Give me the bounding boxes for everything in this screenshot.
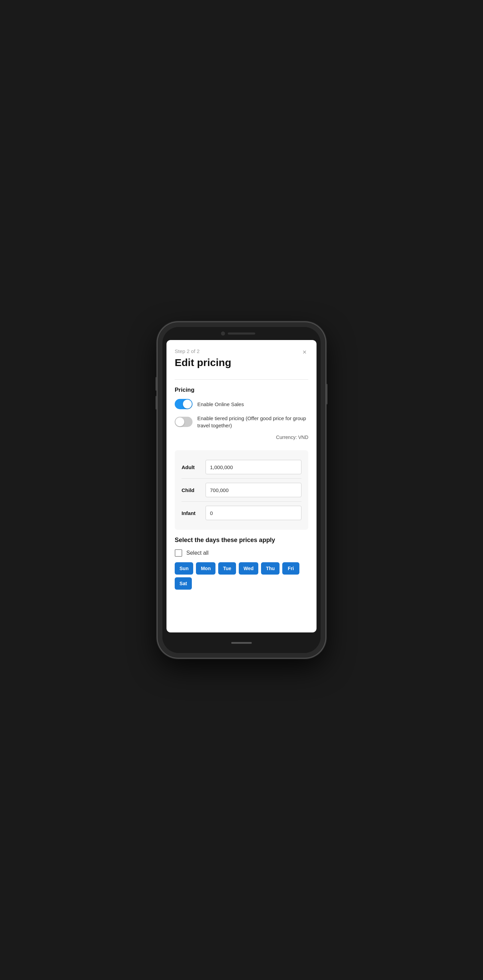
day-mon-button[interactable]: Mon [196,562,215,574]
currency-label: Currency: VND [175,434,308,440]
tiered-pricing-label: Enable tiered pricing (Offer good price … [197,415,308,429]
pricing-section-title: Pricing [175,387,308,393]
status-bar [163,327,320,340]
online-sales-toggle[interactable] [175,399,193,409]
day-fri-button[interactable]: Fri [282,562,300,574]
power-button[interactable] [326,384,327,404]
infant-price-input[interactable] [206,506,301,520]
child-label: Child [182,487,206,493]
phone-frame: × Step 2 of 2 Edit pricing Pricing Enabl… [158,322,325,658]
pricing-section: Pricing Enable Online Sales Enable ti [166,380,317,450]
infant-label: Infant [182,510,206,516]
day-sun-button[interactable]: Sun [175,562,193,574]
day-wed-button[interactable]: Wed [239,562,258,574]
tiered-pricing-thumb [175,417,184,426]
modal-header: × Step 2 of 2 Edit pricing [166,340,317,379]
home-bar[interactable] [231,642,252,644]
days-section: Select the days these prices apply Selec… [166,530,317,595]
adult-price-input[interactable] [206,460,301,474]
day-sat-button[interactable]: Sat [175,578,192,590]
child-price-row: Child [182,478,301,501]
tiered-pricing-toggle[interactable] [175,417,193,427]
infant-price-row: Infant [182,501,301,524]
camera-notch [221,331,225,336]
speaker [228,332,255,334]
phone-screen: × Step 2 of 2 Edit pricing Pricing Enabl… [163,327,320,653]
day-tue-button[interactable]: Tue [218,562,236,574]
days-title: Select the days these prices apply [175,536,308,544]
online-sales-thumb [183,399,192,409]
page-title: Edit pricing [175,357,308,368]
online-sales-label: Enable Online Sales [197,401,244,408]
volume-up-button[interactable] [156,377,157,391]
tiered-pricing-toggle-row: Enable tiered pricing (Offer good price … [175,415,308,429]
step-label: Step 2 of 2 [175,348,308,354]
modal-container: × Step 2 of 2 Edit pricing Pricing Enabl… [166,340,317,632]
home-indicator [163,632,320,653]
days-row: Sun Mon Tue Wed Thu Fri Sat [175,562,308,590]
child-price-input[interactable] [206,483,301,497]
adult-price-row: Adult [182,456,301,478]
close-button[interactable]: × [300,347,310,357]
select-all-row: Select all [175,549,308,557]
select-all-checkbox[interactable] [175,549,182,557]
volume-down-button[interactable] [156,396,157,409]
adult-label: Adult [182,464,206,470]
select-all-label: Select all [187,550,209,556]
day-thu-button[interactable]: Thu [261,562,279,574]
pricing-table: Adult Child Infant [175,450,308,530]
online-sales-toggle-row: Enable Online Sales [175,399,308,409]
